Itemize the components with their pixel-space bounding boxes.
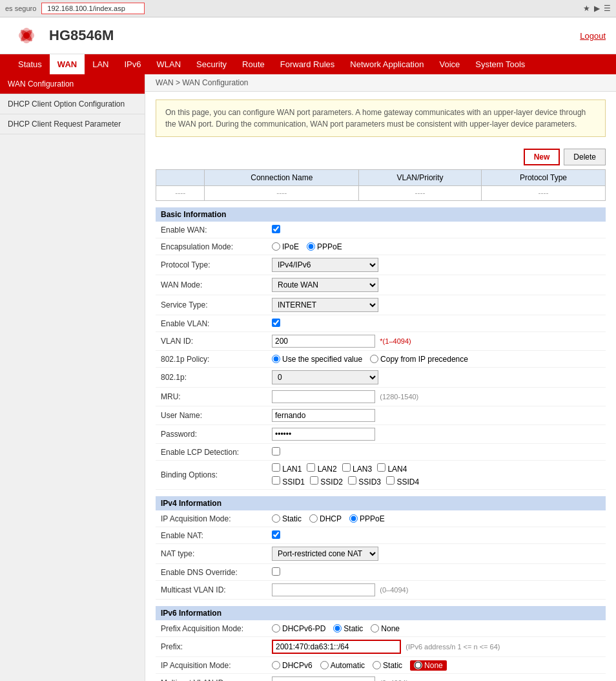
binding-ssid4-label[interactable]: SSID4 [386, 476, 419, 487]
binding-lan4-label[interactable]: LAN4 [377, 463, 407, 474]
menu-icon[interactable]: ☰ [604, 4, 611, 13]
ipv6-automatic-radio[interactable] [320, 661, 329, 669]
prefix-none-label[interactable]: None [371, 624, 400, 633]
nat-type-select[interactable]: Port-restricted cone NAT Full cone NAT R… [272, 547, 378, 561]
ipv6-dhcpv6-label[interactable]: DHCPv6 [272, 661, 313, 670]
binding-control: LAN1 LAN2 LAN3 LAN4 SSID1 SSID2 SSID3 [272, 463, 606, 487]
cell-vlan: ---- [359, 186, 482, 201]
enable-lcp-checkbox[interactable] [272, 447, 280, 456]
binding-lan3-checkbox[interactable] [342, 463, 351, 472]
ipv6-dhcpv6-radio[interactable] [272, 661, 280, 669]
profile-icon[interactable]: ▶ [594, 4, 600, 13]
ipv6-automatic-label[interactable]: Automatic [320, 661, 365, 670]
ipv4-pppoe-label[interactable]: PPPoE [349, 514, 385, 523]
mru-hint: (1280-1540) [380, 393, 418, 401]
binding-ssid4-checkbox[interactable] [386, 476, 395, 485]
binding-lan4-checkbox[interactable] [377, 463, 385, 472]
protocol-type-select[interactable]: IPv4/IPv6 IPv4 IPv6 [272, 258, 378, 272]
enable-vlan-row: Enable VLAN: [156, 315, 606, 332]
policy-copy-ip-label[interactable]: Copy from IP precedence [370, 355, 468, 364]
ipv4-dhcp-radio[interactable] [309, 514, 318, 523]
nav-security[interactable]: Security [189, 54, 234, 74]
ipv4-dhcp-label[interactable]: DHCP [309, 514, 342, 523]
policy-copy-ip-text: Copy from IP precedence [380, 355, 468, 364]
nav-network-application[interactable]: Network Application [342, 54, 431, 74]
ipv4-acq-control: Static DHCP PPPoE [272, 514, 606, 523]
binding-lan1-checkbox[interactable] [272, 463, 280, 472]
binding-ssid2-checkbox[interactable] [310, 476, 318, 485]
encapsulation-row: Encapsulation Mode: IPoE PPPoE [156, 238, 606, 255]
binding-lan3-label[interactable]: LAN3 [342, 463, 372, 474]
enable-dns-label: Enable DNS Override: [156, 568, 272, 577]
enable-wan-checkbox[interactable] [272, 225, 280, 233]
content-wrapper: WAN Configuration DHCP Client Option Con… [0, 74, 616, 681]
url-bar[interactable]: 192.168.100.1/index.asp [41, 3, 145, 14]
prefix-control: (IPv6 address/n 1 <= n <= 64) [272, 640, 606, 654]
bookmark-icon[interactable]: ★ [583, 4, 590, 13]
binding-ssid3-checkbox[interactable] [348, 476, 356, 485]
username-label: User Name: [156, 411, 272, 420]
enable-nat-checkbox[interactable] [272, 530, 280, 539]
service-type-select[interactable]: INTERNET TR069 VOIP [272, 298, 378, 312]
enable-vlan-checkbox[interactable] [272, 319, 280, 327]
prefix-dhcpv6pd-label[interactable]: DHCPv6-PD [272, 624, 325, 633]
vlan-id-input[interactable] [272, 335, 375, 348]
encapsulation-ipoe-radio[interactable] [272, 242, 280, 251]
browser-bar: es seguro 192.168.100.1/index.asp ★ ▶ ☰ [0, 0, 616, 17]
logout-button[interactable]: Logout [580, 31, 606, 41]
ipv4-static-label[interactable]: Static [272, 514, 302, 523]
encapsulation-ipoe-label[interactable]: IPoE [272, 242, 299, 251]
nav-system-tools[interactable]: System Tools [467, 54, 533, 74]
wan-mode-select[interactable]: Route WAN Bridge WAN [272, 278, 378, 292]
nav-route[interactable]: Route [234, 54, 272, 74]
sidebar-item-wan-config[interactable]: WAN Configuration [0, 74, 145, 94]
binding-ssid1-checkbox[interactable] [272, 476, 280, 485]
ipv6-static-radio[interactable] [373, 661, 381, 669]
ipv6-multicast-input[interactable] [272, 676, 375, 681]
binding-lan2-checkbox[interactable] [307, 463, 315, 472]
prefix-static-label[interactable]: Static [333, 624, 363, 633]
nav-lan[interactable]: LAN [85, 54, 116, 74]
binding-ssid3-label[interactable]: SSID3 [348, 476, 381, 487]
prefix-dhcpv6pd-radio[interactable] [272, 624, 280, 633]
prefix-acq-control: DHCPv6-PD Static None [272, 624, 606, 633]
mru-label: MRU: [156, 392, 272, 401]
nav-voice[interactable]: Voice [431, 54, 467, 74]
ipv6-none-label[interactable]: None [410, 660, 447, 671]
ipv4-multicast-input[interactable] [272, 583, 375, 596]
password-input[interactable] [272, 428, 375, 441]
ipv6-static-label[interactable]: Static [373, 661, 402, 670]
8021p-select[interactable]: 0123 4567 [272, 370, 378, 384]
new-button[interactable]: New [524, 149, 560, 165]
binding-ssid1-label[interactable]: SSID1 [272, 476, 305, 487]
policy-use-specified-label[interactable]: Use the specified value [272, 355, 362, 364]
delete-button[interactable]: Delete [564, 149, 606, 165]
enable-dns-checkbox[interactable] [272, 567, 280, 576]
ipv6-none-radio[interactable] [414, 661, 422, 669]
policy-use-specified-radio[interactable] [272, 355, 280, 363]
binding-ssid2-label[interactable]: SSID2 [310, 476, 343, 487]
mru-input[interactable] [272, 390, 375, 403]
nav-wan[interactable]: WAN [50, 54, 85, 74]
nav-wlan[interactable]: WLAN [149, 54, 189, 74]
sidebar-item-dhcp-request[interactable]: DHCP Client Request Parameter [0, 114, 145, 134]
encapsulation-label: Encapsulation Mode: [156, 242, 272, 251]
prefix-row: Prefix: (IPv6 address/n 1 <= n <= 64) [156, 637, 606, 657]
prefix-none-radio[interactable] [371, 624, 379, 633]
nav-forward-rules[interactable]: Forward Rules [272, 54, 343, 74]
binding-lan2-label[interactable]: LAN2 [307, 463, 336, 474]
nav-status[interactable]: Status [10, 54, 50, 74]
encapsulation-pppoe-label[interactable]: PPPoE [307, 242, 342, 251]
sidebar-item-dhcp-option[interactable]: DHCP Client Option Configuration [0, 94, 145, 114]
prefix-input[interactable] [272, 640, 401, 654]
policy-copy-ip-radio[interactable] [370, 355, 378, 363]
prefix-static-radio[interactable] [333, 624, 342, 633]
ipv4-multicast-label: Multicast VLAN ID: [156, 585, 272, 594]
logo-area: HG8546M [10, 23, 114, 48]
nav-ipv6[interactable]: IPv6 [117, 54, 149, 74]
ipv4-pppoe-radio[interactable] [349, 514, 358, 523]
binding-lan1-label[interactable]: LAN1 [272, 463, 302, 474]
username-input[interactable] [272, 409, 375, 422]
encapsulation-pppoe-radio[interactable] [307, 242, 315, 251]
ipv4-static-radio[interactable] [272, 514, 280, 523]
